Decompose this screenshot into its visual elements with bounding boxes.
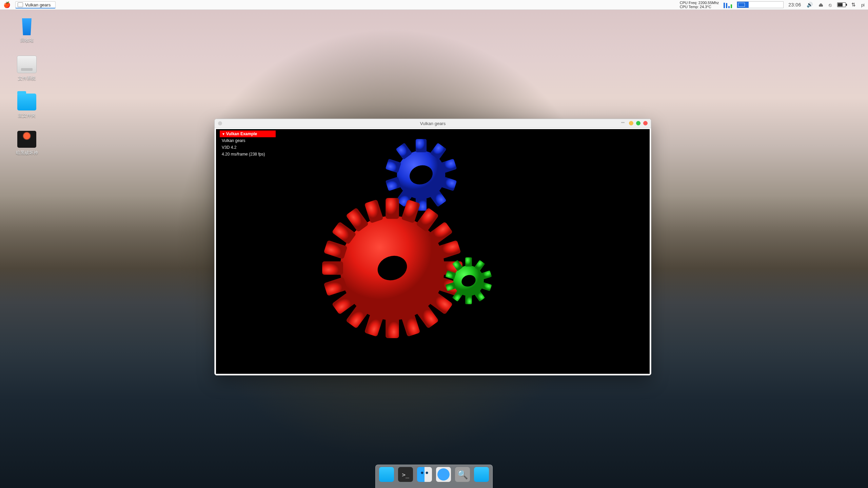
dock-item-safari[interactable]: [436, 467, 451, 482]
battery-icon[interactable]: [837, 2, 846, 7]
desktop-icon-label: 暗黑破坏神: [8, 150, 45, 156]
workspace-3[interactable]: [760, 2, 772, 8]
minimize-button[interactable]: [629, 121, 633, 125]
render-canvas: Vulkan Example Vulkan gears V3D 4.2 4.20…: [216, 129, 650, 374]
svg-rect-4: [386, 198, 399, 219]
workspace-1[interactable]: [737, 2, 749, 8]
user-label[interactable]: pi: [861, 2, 865, 7]
desktop-icon-label: 回收站: [8, 37, 45, 43]
stats-overlay-line: 4.20 ms/frame (238 fps): [220, 151, 276, 158]
cpu-temp-label: CPU Temp: 24.3°C: [680, 5, 719, 9]
window-icon: [18, 2, 23, 7]
folder-icon: [17, 94, 36, 110]
cpu-freq-label: CPU Freq: 2200.55Mhz: [680, 1, 719, 5]
clock[interactable]: 23:06: [788, 2, 801, 7]
cpu-status: CPU Freq: 2200.55Mhz CPU Temp: 24.3°C: [680, 1, 719, 9]
desktop-icon-home[interactable]: 主文件夹: [8, 94, 45, 119]
desktop-icon-label: 主文件夹: [8, 113, 45, 119]
workspace-4[interactable]: [772, 2, 783, 8]
network-icon[interactable]: ⇅: [851, 2, 856, 8]
desktop-icon-app[interactable]: 暗黑破坏神: [8, 131, 45, 156]
taskbar-app-button[interactable]: Vulkan gears: [15, 1, 56, 8]
drive-icon: [17, 56, 37, 73]
menubar: 🍎 Vulkan gears CPU Freq: 2200.55Mhz CPU …: [0, 0, 868, 10]
gear-green: [443, 255, 494, 307]
stats-overlay: Vulkan Example Vulkan gears V3D 4.2 4.20…: [220, 130, 276, 158]
window-titlebar[interactable]: Vulkan gears: [215, 119, 651, 128]
window-title: Vulkan gears: [215, 121, 651, 126]
svg-rect-7: [465, 258, 472, 267]
desktop-icon-filesystem[interactable]: 文件系统: [8, 56, 45, 81]
app-window[interactable]: Vulkan gears: [214, 119, 651, 375]
dock-item-files[interactable]: [379, 467, 394, 482]
workspace-pager[interactable]: [737, 1, 784, 8]
dock-item-terminal[interactable]: >_: [398, 467, 413, 482]
dock: >_ 🔍: [375, 465, 493, 488]
stats-overlay-header[interactable]: Vulkan Example: [220, 130, 276, 137]
compass-needle-icon: [440, 470, 447, 479]
trash-icon: [20, 18, 34, 35]
desktop-icon-label: 文件系统: [8, 75, 45, 81]
window-controls: [629, 121, 648, 125]
svg-rect-1: [416, 139, 427, 152]
system-tray: 23:06 🔊 ⏏ ⎋ ⇅ pi: [788, 2, 865, 8]
desktop[interactable]: 🍎 Vulkan gears CPU Freq: 2200.55Mhz CPU …: [0, 0, 868, 488]
stats-overlay-line: V3D 4.2: [220, 144, 276, 151]
window-minimize-hint-icon: [621, 122, 625, 123]
taskbar-app-title: Vulkan gears: [25, 2, 51, 7]
workspace-2[interactable]: [749, 2, 760, 8]
cpu-bars-icon: [724, 1, 732, 8]
maximize-button[interactable]: [636, 121, 640, 125]
dock-item-files-2[interactable]: [474, 467, 489, 482]
bluetooth-icon[interactable]: ⎋: [829, 2, 832, 8]
close-button[interactable]: [643, 121, 648, 125]
dock-item-finder[interactable]: [417, 467, 432, 482]
eject-icon[interactable]: ⏏: [818, 2, 823, 8]
stats-overlay-line: Vulkan gears: [220, 137, 276, 144]
game-icon: [17, 131, 36, 148]
desktop-icon-trash[interactable]: 回收站: [8, 18, 45, 43]
volume-icon[interactable]: 🔊: [807, 2, 813, 8]
apple-menu-icon[interactable]: 🍎: [3, 1, 11, 8]
dock-item-search[interactable]: 🔍: [455, 467, 470, 482]
